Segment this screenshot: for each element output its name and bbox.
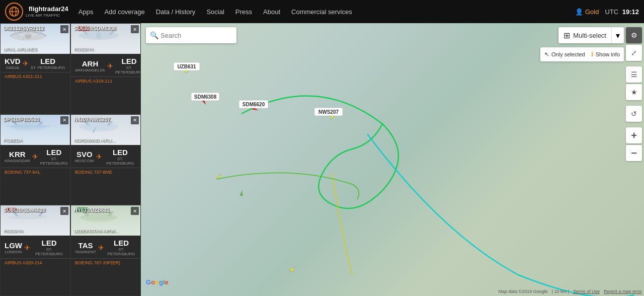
nav-about[interactable]: About: [263, 8, 280, 16]
from-code-u62112: KVD: [5, 57, 21, 65]
svg-rect-9: [6, 125, 50, 127]
account-tier: Gold: [585, 8, 599, 16]
flight-image-su6308: SU6308/SDM6308 ROSSIYA ✕: [71, 24, 140, 54]
flight-card-su6308[interactable]: SU6308/SDM6308 ROSSIYA ✕ ARH ARKHANGELSK…: [70, 23, 141, 114]
map-search-input[interactable]: [160, 32, 232, 39]
svg-marker-17: [251, 106, 259, 111]
flight-card-hy631[interactable]: HY631/UZB631 UZBEKISTAN AIRW... ✕ TAS TA…: [70, 205, 141, 296]
flight-card-dp510[interactable]: DP510/PBD510 POBEDA ✕ KRR KRASNODAR ✈ LE…: [0, 114, 70, 205]
airline-dp510: POBEDA: [4, 138, 23, 143]
nav-data[interactable]: Data / History: [156, 8, 196, 16]
route-arrow-dp510: ✈: [32, 153, 38, 161]
multiselect-bar[interactable]: ⊞ Multi-select ▾: [558, 27, 624, 43]
utc-label: UTC: [605, 8, 618, 16]
route-su6620: LGW LONDON ✈ LED ST. PETERSBURG: [1, 236, 70, 257]
refresh-button[interactable]: ↺: [626, 106, 642, 122]
report-error-link[interactable]: Report a map error: [604, 289, 642, 294]
flight-id-n4207: N4207/NWS207: [74, 117, 110, 122]
from-name-su6308: ARKHANGELSK: [75, 68, 105, 72]
aircraft-hy631: BOEING 767-33P(ER): [71, 258, 140, 268]
nav-links: Apps Add coverage Data / History Social …: [78, 8, 575, 16]
close-card-dp510[interactable]: ✕: [60, 116, 68, 124]
from-name-dp510: KRASNODAR: [5, 159, 30, 163]
airline-su6620: ROSSIYA: [4, 229, 23, 234]
to-name-su6308: ST. PETERSBURG: [115, 65, 141, 75]
user-icon: 👤: [575, 8, 583, 16]
flight-card-su6620[interactable]: SU6620/SDM6620 ROSSIYA ✕ LGW LONDON ✈ LE…: [0, 205, 70, 296]
from-name-su6620: LONDON: [5, 250, 22, 254]
aircraft-su6620: AIRBUS A320-214: [1, 258, 70, 268]
flight-image-dp510: DP510/PBD510 POBEDA ✕: [1, 115, 70, 145]
nav-social[interactable]: Social: [206, 8, 224, 16]
nav-press[interactable]: Press: [235, 8, 252, 16]
svg-marker-20: [240, 191, 244, 196]
svg-rect-22: [174, 62, 200, 70]
to-code-hy631: LED: [114, 239, 129, 247]
airline-hy631: UZBEKISTAN AIRW...: [74, 229, 118, 234]
from-code-n4207: SVO: [76, 150, 93, 159]
nav-coverage[interactable]: Add coverage: [104, 8, 144, 16]
nav-commercial[interactable]: Commercial services: [291, 8, 352, 16]
clock-time: 19:12: [622, 8, 639, 16]
from-code-dp510: KRR: [9, 150, 26, 159]
flight-image-su6620: SU6620/SDM6620 ROSSIYA ✕: [1, 205, 70, 236]
multiselect-dropdown-btn[interactable]: ▾: [611, 27, 624, 43]
to-code-n4207: LED: [113, 148, 128, 157]
svg-rect-26: [239, 100, 268, 108]
flight-id-dp510: DP510/PBD510: [4, 117, 39, 122]
zoom-in-button[interactable]: +: [626, 127, 642, 143]
zoom-out-button[interactable]: −: [626, 145, 642, 161]
aircraft-n4207: BOEING 737-8ME: [71, 168, 140, 178]
map-search-bar[interactable]: 🔍: [146, 27, 236, 43]
close-card-hy631[interactable]: ✕: [131, 207, 139, 215]
route-su6308: ARH ARKHANGELSK ✈ LED ST. PETERSBURG: [71, 54, 140, 76]
google-logo: Google: [146, 278, 169, 286]
only-selected-toggle[interactable]: ↖ Only selected: [544, 51, 585, 58]
nav-right: 👤 Gold UTC 19:12: [575, 8, 639, 16]
from-code-hy631: TAS: [78, 241, 93, 250]
route-arrow-su6620: ✈: [24, 244, 30, 252]
terms-link[interactable]: Terms of Use: [573, 289, 600, 294]
svg-marker-21: [289, 266, 295, 272]
close-card-su6620[interactable]: ✕: [60, 207, 68, 215]
flight-card-n4207[interactable]: N4207/NWS207 NORDWIND AIRLI... ✕ SVO MOS…: [70, 114, 141, 205]
svg-rect-28: [314, 108, 343, 116]
nav-apps[interactable]: Apps: [78, 8, 94, 16]
logo[interactable]: flightradar24 LIVE AIR TRAFFIC: [5, 3, 68, 21]
close-card-u62112[interactable]: ✕: [60, 25, 68, 33]
svg-marker-16: [201, 99, 207, 105]
flight-card-u62112[interactable]: U62112/SVR2112 URAL AIRLINES ✕ KVD GANJA…: [0, 23, 70, 114]
close-card-n4207[interactable]: ✕: [131, 116, 139, 124]
user-account[interactable]: 👤 Gold: [575, 8, 599, 16]
airline-u62112: URAL AIRLINES: [4, 47, 37, 52]
map-data-credit: Map data ©2019 Google: [499, 289, 548, 294]
scale-indicator: | 10 km |: [552, 289, 569, 294]
only-selected-bar: ↖ Only selected ℹ Show info: [540, 47, 624, 61]
layers-button[interactable]: ☰: [626, 66, 642, 83]
svg-point-6: [96, 31, 101, 39]
aircraft-su6308: AIRBUS A319-111: [71, 77, 140, 87]
from-name-hy631: TASHKENT: [75, 250, 96, 254]
show-info-toggle[interactable]: ℹ Show info: [591, 51, 620, 58]
route-dp510: KRR KRASNODAR ✈ LED ST. PETERSBURG: [1, 145, 70, 167]
route-arrow-hy631: ✈: [98, 244, 104, 252]
map-area[interactable]: UZB631 SDM6308 SDM6620 NWS207 🔍 ⊞ Multi-…: [141, 23, 644, 296]
to-code-dp510: LED: [46, 148, 61, 157]
close-card-su6308[interactable]: ✕: [131, 25, 139, 33]
to-code-su6620: LED: [42, 239, 57, 247]
settings-button[interactable]: ⚙: [626, 27, 642, 43]
from-name-n4207: MOSCOW: [75, 159, 94, 163]
only-selected-label: Only selected: [551, 51, 585, 57]
from-name-u62112: GANJA: [6, 65, 20, 70]
svg-marker-15: [183, 66, 188, 73]
to-code-su6308: LED: [122, 57, 137, 65]
favorites-button[interactable]: ★: [626, 84, 642, 100]
fullscreen-button[interactable]: ⤢: [626, 45, 642, 61]
logo-text: flightradar24: [29, 6, 68, 13]
svg-point-13: [80, 213, 117, 223]
route-arrow-su6308: ✈: [107, 62, 113, 70]
route-arrow-n4207: ✈: [96, 153, 102, 161]
flight-cards-panel: U62112/SVR2112 URAL AIRLINES ✕ KVD GANJA…: [0, 23, 141, 296]
main-container: U62112/SVR2112 URAL AIRLINES ✕ KVD GANJA…: [0, 23, 644, 296]
logo-circle: [5, 3, 23, 21]
